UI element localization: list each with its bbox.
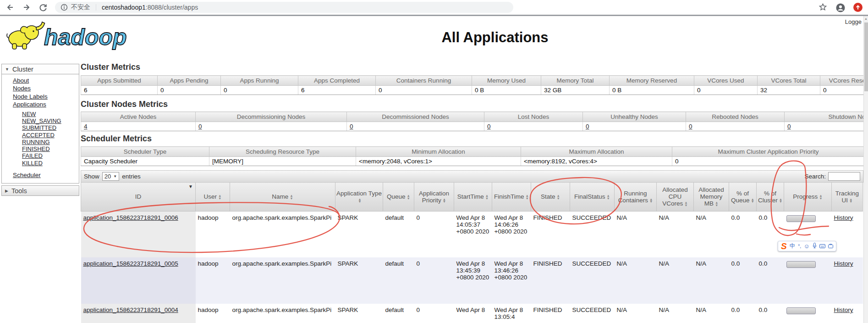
header-application-priority[interactable]: Application Priority▲▼ <box>414 183 454 211</box>
address-bar[interactable]: 不安全 centoshadoop1:8088/cluster/apps <box>55 2 513 13</box>
application-id-link[interactable]: application_1586223718291_0004 <box>83 306 178 313</box>
sidebar-item-accepted[interactable]: ACCEPTED <box>22 132 79 139</box>
show-label: Show <box>84 173 99 180</box>
keyboard-icon[interactable] <box>819 243 825 250</box>
decommissioning-nodes-link[interactable]: 0 <box>198 123 202 130</box>
sort-icon: ▲▼ <box>607 195 610 200</box>
header-name[interactable]: Name▲▼ <box>230 183 335 211</box>
col-vcores-reserved: VCores Reserved <box>820 76 864 86</box>
emoji-icon[interactable]: ☺ <box>804 243 810 250</box>
sidebar-item-nodes[interactable]: Nodes <box>13 84 79 92</box>
sidebar-item-finished[interactable]: FINISHED <box>22 145 79 152</box>
history-link[interactable]: History <box>834 306 853 313</box>
header-state[interactable]: State▲▼ <box>531 183 570 211</box>
header-progress[interactable]: Progress▲▼ <box>784 183 832 211</box>
cell-finishtime: Wed Apr 8 13:46:26 +0800 2020 <box>492 257 531 304</box>
scrollbar-thumb[interactable] <box>864 22 868 91</box>
vcores-total-value: 32 <box>758 86 820 95</box>
sidebar-item-scheduler[interactable]: Scheduler <box>13 171 79 179</box>
logo-wordmark: hadoop <box>44 24 127 50</box>
header-pct-of-queue[interactable]: % of Queue▲▼ <box>729 183 757 211</box>
sort-icon: ▲▼ <box>715 201 718 206</box>
header-queue[interactable]: Queue▲▼ <box>383 183 414 211</box>
application-id-link[interactable]: application_1586223718291_0006 <box>83 214 178 221</box>
header-id[interactable]: ID▼ <box>81 183 196 211</box>
chrome-update-icon[interactable] <box>853 3 863 12</box>
cell-state: FINISHED <box>531 211 570 257</box>
shutdown-nodes-link[interactable]: 0 <box>787 123 791 130</box>
chinese-mode-icon[interactable]: 中 <box>790 242 796 250</box>
header-finishtime[interactable]: FinishTime▲▼ <box>492 183 531 211</box>
cell-user: hadoop <box>196 257 230 304</box>
header-pct-of-cluster[interactable]: % of Cluster▲▼ <box>757 183 784 211</box>
header-allocated-memory-mb[interactable]: Allocated Memory MB▲▼ <box>694 183 729 211</box>
toolbox-icon[interactable] <box>828 243 833 250</box>
cell-priority: 0 <box>414 257 454 304</box>
history-link[interactable]: History <box>834 260 853 267</box>
header-finalstatus[interactable]: FinalStatus▲▼ <box>570 183 615 211</box>
bookmark-star-icon[interactable] <box>819 3 828 12</box>
cell-memory: N/A <box>694 304 729 323</box>
sidebar-item-node-labels[interactable]: Node Labels <box>13 93 79 100</box>
cluster-nodes-metrics-table: Active Nodes Decommissioning Nodes Decom… <box>81 111 863 131</box>
cell-finalstatus: SUCCEEDED <box>570 304 615 323</box>
search-input[interactable] <box>828 172 860 181</box>
sort-icon: ▲▼ <box>849 198 852 203</box>
sidebar-item-new-saving[interactable]: NEW_SAVING <box>22 117 79 124</box>
reload-icon[interactable] <box>38 3 48 12</box>
info-icon[interactable] <box>60 4 68 11</box>
sidebar-section-cluster[interactable]: ▼ Cluster <box>1 64 79 74</box>
lost-nodes-link[interactable]: 0 <box>487 123 491 130</box>
sidebar-section-tools[interactable]: ▶ Tools <box>1 185 79 196</box>
rebooted-nodes-link[interactable]: 0 <box>689 123 692 130</box>
sort-icon: ▲▼ <box>485 195 489 200</box>
scheduler-type-value: Capacity Scheduler <box>81 157 209 166</box>
vcores-used-value: 0 <box>694 86 758 95</box>
header-tracking-ui[interactable]: Tracking UI▲▼ <box>832 183 863 211</box>
header-running-containers[interactable]: Running Containers▲▼ <box>615 183 657 211</box>
microphone-icon[interactable] <box>813 243 817 250</box>
vertical-scrollbar[interactable]: ▲ <box>863 16 868 323</box>
sidebar: ▼ Cluster About Nodes Node Labels Applic… <box>1 64 79 196</box>
cluster-nodes-metrics-heading: Cluster Nodes Metrics <box>81 100 863 109</box>
history-link[interactable]: History <box>834 214 853 221</box>
col-maximum-allocation: Maximum Allocation <box>521 147 672 157</box>
col-apps-completed: Apps Completed <box>298 76 376 86</box>
cell-state: FINISHED <box>531 257 570 304</box>
decommissioned-nodes-link[interactable]: 0 <box>350 123 353 130</box>
sort-icon: ▲▼ <box>526 195 529 200</box>
col-apps-pending: Apps Pending <box>158 76 221 86</box>
profile-avatar-icon[interactable] <box>836 3 845 12</box>
sidebar-item-running[interactable]: RUNNING <box>22 139 79 145</box>
sogou-logo-icon[interactable]: S <box>781 242 787 251</box>
col-active-nodes: Active Nodes <box>81 112 196 122</box>
maximum-allocation-value: <memory:8192, vCores:4> <box>521 157 672 166</box>
applications-header-row: ID▼ User▲▼ Name▲▼ Application Type▲▼ Que… <box>81 183 863 211</box>
sidebar-item-failed[interactable]: FAILED <box>22 152 79 159</box>
punctuation-icon[interactable]: °, <box>798 244 801 249</box>
url-text: centoshadoop1:8088/cluster/apps <box>102 4 198 11</box>
header-starttime[interactable]: StartTime▲▼ <box>454 183 492 211</box>
unhealthy-nodes-link[interactable]: 0 <box>586 123 589 130</box>
entries-select[interactable]: 20 ▼ <box>102 172 119 181</box>
yarn-all-applications-page: Logge hadoop All Applications <box>0 16 868 323</box>
cell-starttime: Wed Apr 8 13:45:39 +0800 2020 <box>454 257 492 304</box>
col-apps-submitted: Apps Submitted <box>81 76 158 86</box>
col-max-cluster-app-priority: Maximum Cluster Application Priority <box>672 147 864 157</box>
application-id-link[interactable]: application_1586223718291_0005 <box>83 260 178 267</box>
progress-bar <box>786 215 816 222</box>
scroll-up-icon[interactable]: ▲ <box>864 17 868 20</box>
sidebar-item-about[interactable]: About <box>13 77 79 84</box>
back-icon[interactable] <box>5 3 15 12</box>
header-user[interactable]: User▲▼ <box>196 183 230 211</box>
col-vcores-used: VCores Used <box>694 76 758 86</box>
forward-icon[interactable] <box>22 3 31 12</box>
header-allocated-cpu-vcores[interactable]: Allocated CPU VCores▲▼ <box>657 183 694 211</box>
chrome-actions <box>819 3 863 12</box>
header-application-type[interactable]: Application Type▲▼ <box>335 183 383 211</box>
sidebar-item-submitted[interactable]: SUBMITTED <box>22 124 79 131</box>
sidebar-item-applications[interactable]: Applications <box>13 100 79 108</box>
sidebar-item-killed[interactable]: KILLED <box>22 160 79 167</box>
sidebar-item-new[interactable]: NEW <box>22 111 79 117</box>
active-nodes-link[interactable]: 4 <box>84 123 88 130</box>
